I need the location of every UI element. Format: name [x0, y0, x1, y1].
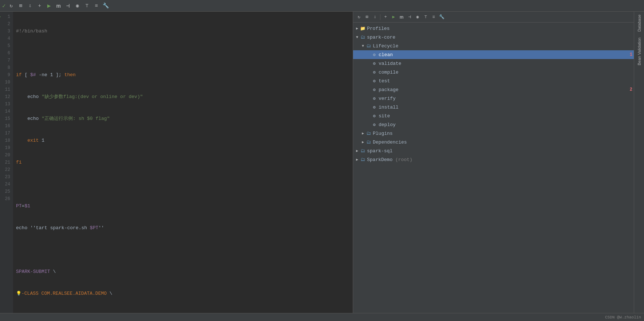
tree-item-deploy[interactable]: ⚙ deploy — [353, 120, 634, 129]
bean-validation-tab[interactable]: Bean Validation — [636, 35, 643, 68]
lifecycle-arrow[interactable]: ▼ — [360, 44, 366, 48]
package-label: package — [379, 87, 628, 93]
maven-modules-icon[interactable]: ⊞ — [363, 13, 371, 21]
tree-item-plugins[interactable]: ▶ 🗂 Plugins — [353, 129, 634, 138]
maven-panel: ↻ ⊞ ⇩ + ▶ m ⊣ ◉ ⊤ ≡ 🔧 ▶ 📁 Profiles ▼ � — [353, 12, 634, 313]
spark-sql-arrow[interactable]: ▶ — [355, 149, 360, 153]
modules-icon[interactable]: ⊞ — [17, 2, 25, 10]
skip-icon[interactable]: ⊣ — [64, 2, 72, 10]
dependencies-arrow[interactable]: ▶ — [360, 140, 366, 144]
sparkdemo-suffix: (root) — [395, 157, 412, 163]
options-icon[interactable]: ≡ — [92, 2, 100, 10]
tree-item-lifecycle[interactable]: ▼ 🗂 Lifecycle — [353, 42, 634, 50]
test-label: test — [379, 78, 632, 84]
tree-item-dependencies[interactable]: ▶ 🗂 Dependencies — [353, 138, 634, 146]
spark-core-module-icon: 🗂 — [360, 34, 366, 40]
top-toolbar: ✓ ↻ ⊞ ⇩ + ▶ m ⊣ ◉ ⊤ ≡ 🔧 — [0, 0, 644, 12]
lifecycle-folder-icon: 🗂 — [366, 43, 371, 49]
maven-download-icon[interactable]: ⇩ — [371, 13, 379, 21]
tree-item-compile[interactable]: ⚙ compile — [353, 68, 634, 77]
main-area: ▶1 2 3 4 5 6 7 8 9 10 11 12 13 14 15 16 — [0, 12, 644, 313]
site-label: site — [379, 113, 632, 119]
maven-refresh-icon[interactable]: ↻ — [355, 13, 363, 21]
database-tab[interactable]: Database — [636, 12, 643, 35]
dependencies-folder-icon: 🗂 — [366, 139, 371, 145]
clean-label: clean — [379, 52, 628, 58]
maven-tree: ▶ 📁 Profiles ▼ 🗂 spark-core ▼ 🗂 Lifecycl… — [353, 23, 634, 313]
site-gear-icon: ⚙ — [371, 113, 377, 119]
package-gear-icon: ⚙ — [371, 87, 377, 93]
maven-add-icon[interactable]: + — [382, 13, 389, 21]
tree-item-sparkdemo[interactable]: ▶ 🗂 SparkDemo (root) — [353, 155, 634, 164]
spark-sql-module-icon: 🗂 — [360, 148, 366, 154]
spark-sql-label: spark-sql — [367, 148, 632, 154]
tree-item-spark-core[interactable]: ▼ 🗂 spark-core — [353, 33, 634, 42]
maven-toolbar: ↻ ⊞ ⇩ + ▶ m ⊣ ◉ ⊤ ≡ 🔧 — [353, 12, 634, 23]
code-editor: ▶1 2 3 4 5 6 7 8 9 10 11 12 13 14 15 16 — [0, 12, 353, 313]
deploy-label: deploy — [379, 122, 632, 128]
maven-equal-icon[interactable]: ≡ — [430, 13, 437, 21]
tree-item-site[interactable]: ⚙ site — [353, 111, 634, 120]
profiles-arrow[interactable]: ▶ — [355, 26, 360, 31]
plugins-folder-icon: 🗂 — [366, 130, 371, 136]
add-icon[interactable]: + — [36, 2, 44, 10]
download-icon[interactable]: ⇩ — [26, 2, 34, 10]
install-label: install — [379, 105, 632, 110]
verify-gear-icon: ⚙ — [371, 95, 377, 101]
maven-wrench-icon[interactable]: 🔧 — [438, 13, 445, 21]
run-icon[interactable]: ▶ — [45, 2, 53, 10]
profiles-label: Profiles — [367, 26, 632, 31]
maven-tree-icon[interactable]: ⊤ — [422, 13, 429, 21]
validate-gear-icon: ⚙ — [371, 60, 377, 66]
clean-badge: 1 — [630, 52, 632, 57]
package-badge: 2 — [630, 87, 632, 92]
validate-label: validate — [379, 61, 632, 66]
tree-item-clean[interactable]: ⚙ clean 1 — [353, 50, 634, 59]
status-text: CSDN @W.zhaolin — [605, 315, 641, 320]
sparkdemo-arrow[interactable]: ▶ — [355, 157, 360, 162]
compile-gear-icon: ⚙ — [371, 69, 377, 75]
code-content: ▶1 2 3 4 5 6 7 8 9 10 11 12 13 14 15 16 — [0, 12, 353, 313]
tree-icon[interactable]: ⊤ — [83, 2, 91, 10]
status-bar: CSDN @W.zhaolin — [0, 313, 644, 321]
maven-settings-icon[interactable]: ◉ — [414, 13, 421, 21]
test-gear-icon: ⚙ — [371, 78, 377, 84]
clean-gear-icon: ⚙ — [371, 52, 377, 58]
profiles-folder-icon: 📁 — [360, 26, 366, 31]
sparkdemo-label: SparkDemo (root) — [367, 157, 632, 163]
plugins-label: Plugins — [373, 131, 632, 136]
tree-item-install[interactable]: ⚙ install — [353, 103, 634, 111]
lifecycle-label: Lifecycle — [373, 43, 632, 49]
dependencies-label: Dependencies — [373, 140, 632, 145]
checkmark-icon: ✓ — [2, 2, 6, 9]
plugins-arrow[interactable]: ▶ — [360, 131, 366, 136]
line-numbers: ▶1 2 3 4 5 6 7 8 9 10 11 12 13 14 15 16 — [0, 12, 13, 313]
deploy-gear-icon: ⚙ — [371, 122, 377, 128]
maven-m-icon[interactable]: m — [398, 13, 405, 21]
tree-item-profiles[interactable]: ▶ 📁 Profiles — [353, 24, 634, 33]
maven-icon[interactable]: m — [55, 2, 63, 10]
verify-label: verify — [379, 96, 632, 101]
compile-label: compile — [379, 70, 632, 75]
tree-item-validate[interactable]: ⚙ validate — [353, 59, 634, 68]
spark-core-label: spark-core — [367, 35, 632, 40]
spark-core-arrow[interactable]: ▼ — [355, 35, 360, 39]
install-gear-icon: ⚙ — [371, 104, 377, 110]
settings-icon[interactable]: ◉ — [74, 2, 82, 10]
wrench-icon[interactable]: 🔧 — [102, 2, 110, 10]
maven-skip-icon[interactable]: ⊣ — [406, 13, 413, 21]
right-tabs-panel: Database Bean Validation — [634, 12, 644, 313]
sparkdemo-module-icon: 🗂 — [360, 157, 366, 163]
maven-run-icon[interactable]: ▶ — [390, 13, 397, 21]
tree-item-test[interactable]: ⚙ test — [353, 77, 634, 85]
toolbar-separator — [380, 14, 380, 20]
refresh-icon[interactable]: ↻ — [7, 2, 15, 10]
code-lines: #!/bin/bash if [ $# -ne 1 ]; then echo "… — [13, 12, 353, 313]
tree-item-verify[interactable]: ⚙ verify — [353, 94, 634, 103]
tree-item-spark-sql[interactable]: ▶ 🗂 spark-sql — [353, 146, 634, 155]
tree-item-package[interactable]: ⚙ package 2 — [353, 85, 634, 94]
